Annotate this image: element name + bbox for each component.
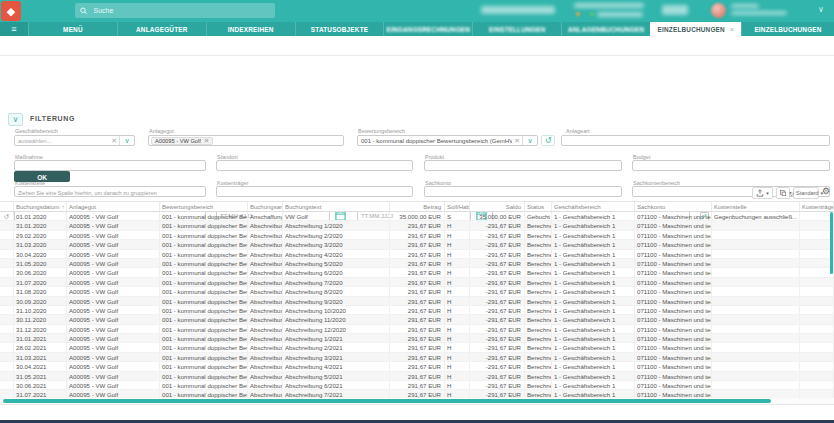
cell-betrag: 291,67 EUR: [390, 372, 445, 380]
table-row[interactable]: 31.07.2020A00095 - VW Golf001 - kommunal…: [0, 278, 834, 287]
grid-settings-gear-icon[interactable]: ⚙: [822, 186, 830, 196]
cell-sachkonto: 071100 - Maschinen und technische Anlag.…: [635, 287, 712, 295]
table-row[interactable]: 30.11.2020A00095 - VW Golf001 - kommunal…: [0, 315, 834, 324]
app-logo[interactable]: ◆: [1, 1, 21, 21]
tab-statusobjekte[interactable]: STATUSOBJEKTE: [295, 22, 384, 36]
tab-men-[interactable]: MENÜ: [28, 22, 117, 36]
anlageart-input[interactable]: [562, 138, 829, 144]
column-chooser-button[interactable]: [776, 187, 790, 199]
clear-icon[interactable]: ✕: [109, 137, 119, 145]
produkt-input[interactable]: [425, 163, 621, 169]
cell-buchungsart: Abschreibung: [248, 306, 283, 314]
group-by-drop-zone[interactable]: Ziehen Sie eine Spalte hierhin, um danac…: [18, 190, 157, 196]
ok-button[interactable]: OK: [14, 171, 70, 182]
column-header-anlagegut[interactable]: Anlagegut: [67, 202, 160, 211]
tab-eingangsrechnungen[interactable]: EINGANGSRECHNUNGEN: [383, 22, 472, 36]
label-geschaeftsbereich: Geschäftsbereich: [15, 128, 58, 134]
tab-einstellungen[interactable]: EINSTELLUNGEN: [472, 22, 561, 36]
column-header-saldo[interactable]: Saldo: [470, 202, 525, 211]
cell-buchungsdatum: 31.05.2021: [14, 372, 67, 380]
column-header-sachkonto[interactable]: Sachkonto: [635, 202, 712, 211]
table-row[interactable]: 30.04.2020A00095 - VW Golf001 - kommunal…: [0, 250, 834, 259]
table-row[interactable]: 30.06.2020A00095 - VW Golf001 - kommunal…: [0, 268, 834, 277]
filter-kostentraeger[interactable]: [216, 186, 413, 197]
filter-anlagegut[interactable]: A00095 - VW Golf ✕: [148, 135, 344, 146]
user-avatar[interactable]: [711, 3, 726, 18]
table-row[interactable]: 31.08.2020A00095 - VW Golf001 - kommunal…: [0, 287, 834, 296]
table-row[interactable]: 30.06.2021A00095 - VW Golf001 - kommunal…: [0, 381, 834, 390]
table-row[interactable]: 31.03.2021A00095 - VW Golf001 - kommunal…: [0, 353, 834, 362]
close-tab-icon[interactable]: ×: [730, 25, 735, 34]
tab-anlagenbuchungen[interactable]: ANLAGENBUCHUNGEN: [561, 22, 650, 36]
column-header-icon[interactable]: [0, 202, 14, 211]
column-header-betrag[interactable]: Betrag: [390, 202, 445, 211]
horizontal-scrollbar[interactable]: [3, 399, 771, 403]
table-row[interactable]: 31.10.2020A00095 - VW Golf001 - kommunal…: [0, 306, 834, 315]
massnahme-input[interactable]: [15, 163, 205, 169]
table-row[interactable]: 31.05.2020A00095 - VW Golf001 - kommunal…: [0, 259, 834, 268]
filter-geschaeftsbereich[interactable]: auswählen... ✕ ∨: [14, 135, 135, 146]
global-search[interactable]: [75, 3, 275, 18]
table-row[interactable]: 31.03.2020A00095 - VW Golf001 - kommunal…: [0, 240, 834, 249]
tab-einzelbuchungen-2[interactable]: EINZELBUCHUNGEN: [741, 22, 834, 36]
table-row[interactable]: 28.02.2021A00095 - VW Golf001 - kommunal…: [0, 343, 834, 352]
hamburger-menu-icon[interactable]: ≡: [0, 22, 28, 36]
blurred-user-name: [731, 4, 759, 8]
filter-budget[interactable]: [632, 160, 830, 171]
filter-sachkonto[interactable]: [424, 186, 622, 197]
column-header-buchungsdatum[interactable]: Buchungsdatum↑: [14, 202, 67, 211]
row-icon-cell: [0, 259, 14, 267]
cell-geschaeftsbereich: 1 - Geschäftsbereich 1: [552, 343, 635, 351]
tab-anlageg-ter[interactable]: ANLAGEGÜTER: [117, 22, 206, 36]
chevron-down-icon[interactable]: ∨: [120, 137, 134, 145]
cell-betrag: 291,67 EUR: [390, 297, 445, 305]
kostentraeger-input[interactable]: [217, 189, 412, 195]
remove-chip-icon[interactable]: ✕: [204, 137, 209, 145]
clear-icon[interactable]: ✕: [512, 137, 522, 145]
export-button[interactable]: ▾: [752, 187, 773, 199]
sachkonto-input[interactable]: [425, 189, 621, 195]
cell-kostentraeger: [800, 343, 834, 351]
column-header-status[interactable]: Status: [525, 202, 552, 211]
collapse-filter-chevron-icon[interactable]: ∨: [8, 113, 23, 126]
column-header-kostenstelle[interactable]: Kostenstelle: [712, 202, 800, 211]
column-header-bewertungsbereich[interactable]: Bewertungsbereich: [160, 202, 248, 211]
table-row[interactable]: 31.01.2021A00095 - VW Golf001 - kommunal…: [0, 334, 834, 343]
table-row[interactable]: 31.05.2021A00095 - VW Golf001 - kommunal…: [0, 372, 834, 381]
cell-status: Berechnet: [525, 297, 552, 305]
table-row[interactable]: 31.12.2020A00095 - VW Golf001 - kommunal…: [0, 325, 834, 334]
user-menu-chevron-icon[interactable]: ∨: [818, 5, 824, 14]
tab-label: STATUSOBJEKTE: [311, 26, 368, 33]
filter-produkt[interactable]: [424, 160, 622, 171]
column-header-buchungsart[interactable]: Buchungsart: [248, 202, 283, 211]
chevron-down-icon[interactable]: ∨: [523, 137, 537, 145]
budget-input[interactable]: [633, 163, 829, 169]
cell-buchungstext: Abschreibung 1/2020: [283, 221, 390, 229]
table-row[interactable]: 29.02.2020A00095 - VW Golf001 - kommunal…: [0, 231, 834, 240]
table-row[interactable]: 31.01.2020A00095 - VW Golf001 - kommunal…: [0, 221, 834, 230]
cell-buchungstext: Abschreibung 11/2020: [283, 315, 390, 323]
row-icon-cell: [0, 306, 14, 314]
search-input[interactable]: [92, 6, 271, 15]
column-header-geschaeftsbereich[interactable]: Geschäftsbereich: [552, 202, 635, 211]
layout-selector-button[interactable]: ↻ Standard ▾: [793, 187, 819, 199]
reset-bewertungsbereich-button[interactable]: ↺: [541, 135, 555, 146]
tab-einzelbuchungen[interactable]: EINZELBUCHUNGEN×: [650, 22, 741, 36]
anlagegut-chip[interactable]: A00095 - VW Golf ✕: [151, 137, 213, 145]
cell-saldo: -291,67 EUR: [470, 240, 525, 248]
table-row[interactable]: ↺01.01.2020A00095 - VW Golf001 - kommuna…: [0, 212, 834, 221]
filter-anlageart[interactable]: [561, 135, 830, 146]
cell-saldo: -291,67 EUR: [470, 362, 525, 370]
filter-standort[interactable]: [216, 160, 413, 171]
vertical-scrollbar[interactable]: [830, 212, 833, 274]
filter-bewertungsbereich[interactable]: 001 - kommunal doppischer Bewertungsbere…: [357, 135, 538, 146]
tab-indexreihen[interactable]: INDEXREIHEN: [206, 22, 295, 36]
table-row[interactable]: 30.04.2021A00095 - VW Golf001 - kommunal…: [0, 362, 834, 371]
table-row[interactable]: 30.09.2020A00095 - VW Golf001 - kommunal…: [0, 297, 834, 306]
cell-buchungstext: Abschreibung 12/2020: [283, 325, 390, 333]
column-header-kostentraeger[interactable]: Kostenträger: [800, 202, 834, 211]
filter-massnahme[interactable]: [14, 160, 206, 171]
column-header-soll-haben[interactable]: Soll/Haben: [445, 202, 470, 211]
standort-input[interactable]: [217, 163, 412, 169]
column-header-buchungstext[interactable]: Buchungstext: [283, 202, 390, 211]
